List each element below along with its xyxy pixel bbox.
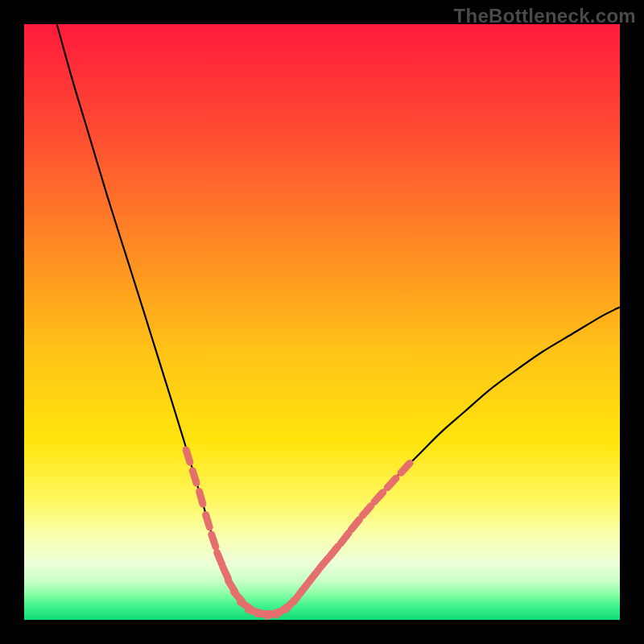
- curve-marker: [401, 463, 410, 473]
- chart-frame: TheBottleneck.com: [0, 0, 644, 644]
- curve-marker: [320, 559, 328, 568]
- curve-marker: [387, 478, 396, 488]
- curve-marker: [362, 506, 371, 516]
- curve-marker: [212, 535, 216, 547]
- curve-marker: [186, 450, 190, 462]
- curve-marker: [217, 552, 222, 564]
- curve-markers: [186, 450, 410, 616]
- curve-marker: [192, 471, 196, 483]
- curve-marker: [341, 533, 349, 543]
- curve-marker: [351, 519, 359, 529]
- curve-marker: [206, 515, 210, 527]
- bottleneck-curve: [24, 24, 620, 620]
- plot-area: [24, 24, 620, 620]
- curve-marker: [200, 492, 203, 504]
- curve-marker: [310, 570, 318, 580]
- curve-marker: [374, 493, 383, 502]
- curve-marker: [330, 547, 338, 556]
- curve-path: [57, 24, 620, 615]
